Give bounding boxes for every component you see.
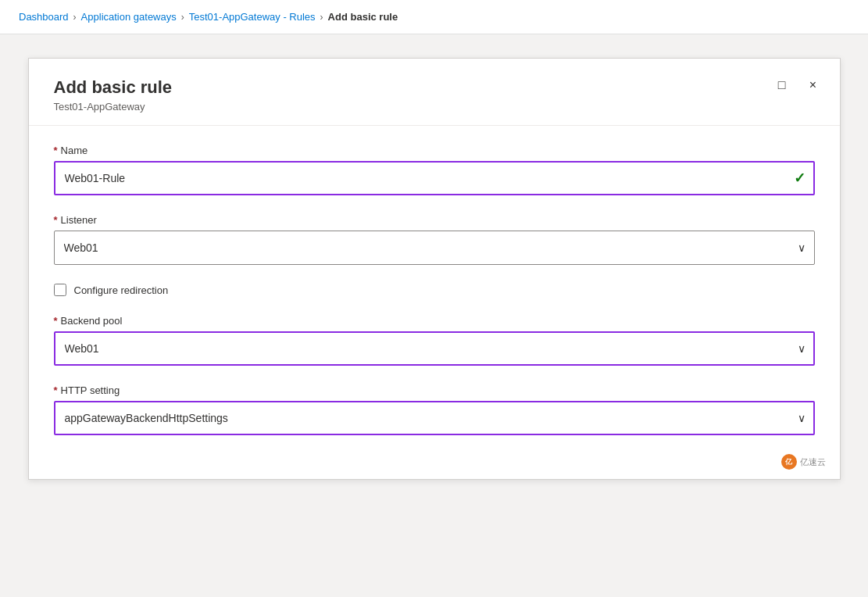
name-input-wrapper: ✓ (54, 161, 815, 195)
breadcrumb-sep-1: › (73, 12, 77, 23)
name-checkmark-icon: ✓ (794, 170, 805, 187)
panel: Add basic rule Test01-AppGateway □ × * N… (28, 58, 841, 480)
http-setting-field: * HTTP setting appGatewayBackendHttpSett… (54, 384, 815, 435)
backend-pool-field: * Backend pool Web01 ∨ (54, 315, 815, 366)
breadcrumb-rules[interactable]: Test01-AppGateway - Rules (189, 11, 316, 23)
name-label-text: Name (61, 145, 88, 156)
configure-redirection-checkbox[interactable] (54, 284, 66, 296)
breadcrumb: Dashboard › Application gateways › Test0… (0, 0, 868, 34)
listener-label-text: Listener (61, 214, 97, 226)
panel-body: * Name ✓ * Listener (29, 126, 840, 479)
backend-pool-label: * Backend pool (54, 315, 815, 327)
breadcrumb-app-gateways[interactable]: Application gateways (81, 11, 177, 23)
breadcrumb-sep-2: › (181, 12, 184, 23)
page-container: Dashboard › Application gateways › Test0… (0, 0, 868, 597)
name-field: * Name ✓ (54, 145, 815, 195)
breadcrumb-sep-3: › (320, 12, 323, 23)
breadcrumb-dashboard[interactable]: Dashboard (19, 11, 69, 23)
panel-actions: □ × (771, 74, 824, 96)
http-setting-select[interactable]: appGatewayBackendHttpSettings (54, 401, 815, 435)
listener-label: * Listener (54, 214, 815, 226)
http-setting-label: * HTTP setting (54, 384, 815, 396)
http-setting-required-star: * (54, 384, 58, 396)
name-required-star: * (54, 145, 58, 156)
backend-pool-select[interactable]: Web01 (54, 331, 815, 366)
panel-subtitle: Test01-AppGateway (54, 101, 815, 113)
main-content: Add basic rule Test01-AppGateway □ × * N… (0, 34, 868, 597)
listener-select-wrapper: Web01 ∨ (54, 231, 815, 265)
listener-select[interactable]: Web01 (54, 231, 815, 265)
close-button[interactable]: × (802, 74, 824, 96)
backend-pool-required-star: * (54, 315, 58, 327)
maximize-button[interactable]: □ (771, 74, 793, 96)
http-setting-label-text: HTTP setting (61, 384, 120, 396)
watermark-text: 亿速云 (800, 456, 826, 468)
listener-field: * Listener Web01 ∨ (54, 214, 815, 265)
breadcrumb-current: Add basic rule (328, 11, 398, 23)
listener-required-star: * (54, 214, 58, 226)
watermark-icon: 亿 (781, 454, 797, 470)
backend-pool-label-text: Backend pool (61, 315, 123, 327)
name-input[interactable] (54, 161, 815, 195)
watermark: 亿 亿速云 (781, 454, 826, 470)
http-setting-select-wrapper: appGatewayBackendHttpSettings ∨ (54, 401, 815, 435)
panel-header: Add basic rule Test01-AppGateway □ × (29, 59, 840, 126)
panel-title: Add basic rule (54, 77, 815, 98)
configure-redirection-label[interactable]: Configure redirection (74, 284, 169, 296)
backend-pool-select-wrapper: Web01 ∨ (54, 331, 815, 366)
name-label: * Name (54, 145, 815, 156)
configure-redirection-row: Configure redirection (54, 284, 815, 296)
